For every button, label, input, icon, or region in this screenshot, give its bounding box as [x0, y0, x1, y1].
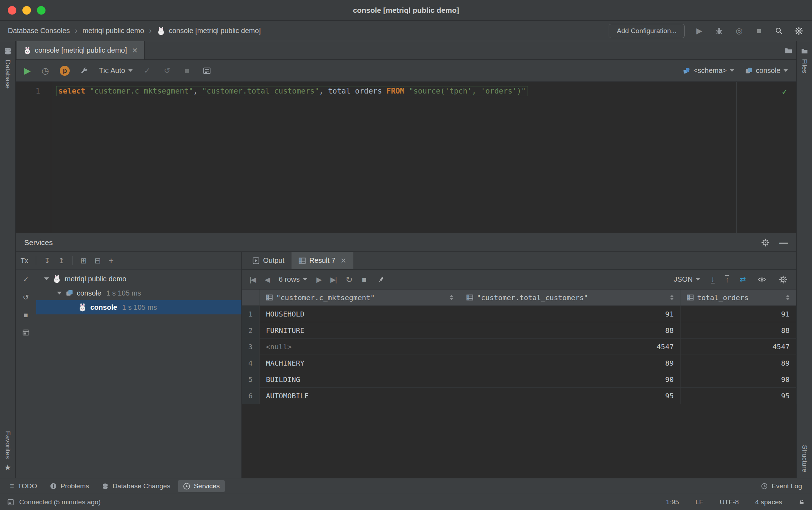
table-cell[interactable]: 91 [460, 306, 680, 322]
rollback-icon[interactable]: ↺ [162, 65, 172, 76]
editor-tab-console[interactable]: console [metriql public demo] ✕ [17, 41, 145, 59]
reload-icon[interactable]: ↻ [346, 275, 353, 285]
lock-icon[interactable] [798, 499, 805, 505]
export-format-dropdown[interactable]: JSON [674, 275, 700, 283]
close-window-button[interactable] [8, 6, 16, 15]
history-clock-icon[interactable]: ◷ [40, 65, 50, 76]
expand-all-icon[interactable]: ↥ [58, 256, 65, 265]
console-selector[interactable]: console [745, 67, 788, 75]
commit-check-icon[interactable]: ✓ [142, 65, 153, 76]
stop-icon[interactable]: ■ [362, 275, 367, 284]
grid-settings-gear-icon[interactable] [778, 274, 789, 285]
tab-output[interactable]: Output [245, 252, 292, 269]
table-cell[interactable]: 4547 [680, 339, 796, 355]
tree-item-console[interactable]: console1 s 105 ms [36, 300, 241, 314]
sort-icon[interactable] [670, 295, 674, 300]
chevron-down-icon[interactable] [44, 277, 49, 280]
stop-icon[interactable]: ■ [754, 26, 764, 36]
rollback-icon[interactable]: ↺ [23, 293, 29, 302]
run-icon[interactable]: ▶ [694, 26, 705, 36]
maximize-window-button[interactable] [37, 6, 46, 15]
previous-page-icon[interactable]: ◀ [265, 275, 269, 284]
tool-window-todo[interactable]: ≡ TODO [5, 480, 42, 492]
view-eye-icon[interactable] [757, 274, 767, 285]
wrench-icon[interactable] [79, 65, 90, 76]
breadcrumb-console[interactable]: console [metriql public demo] [157, 27, 261, 35]
page-size-dropdown[interactable]: 6 rows [279, 275, 307, 283]
breadcrumb-datasource[interactable]: metriql public demo [82, 27, 144, 35]
table-cell[interactable]: <null> [260, 339, 460, 355]
add-configuration-button[interactable]: Add Configuration... [609, 24, 685, 38]
table-cell[interactable]: 95 [460, 388, 680, 404]
last-page-icon[interactable]: ▶| [330, 275, 336, 284]
tool-window-toggle-icon[interactable] [7, 499, 14, 506]
column-header[interactable]: "customer.total_customers" [460, 289, 680, 306]
collapse-all-icon[interactable]: ↧ [44, 256, 50, 265]
tx-toolbar-label[interactable]: Tx [21, 257, 28, 265]
coverage-icon[interactable]: ◎ [734, 26, 744, 36]
output-layout-icon[interactable] [202, 65, 212, 76]
schema-selector[interactable]: <schema> [683, 67, 734, 75]
download-icon[interactable]: ↓ [711, 275, 715, 283]
services-tree[interactable]: metriql public democonsole1 s 105 mscons… [36, 270, 241, 478]
parameters-icon[interactable]: p [60, 66, 70, 76]
tool-window-event-log[interactable]: Event Log [756, 480, 807, 492]
close-tab-icon[interactable]: ✕ [132, 46, 138, 55]
chevron-down-icon[interactable] [57, 292, 62, 294]
minimize-window-button[interactable] [22, 6, 31, 15]
debug-bug-icon[interactable] [714, 26, 725, 36]
pin-icon[interactable] [376, 274, 386, 285]
table-cell[interactable]: 95 [680, 388, 796, 404]
caret-position[interactable]: 1:95 [666, 498, 679, 506]
tree-item-metriql-public-demo[interactable]: metriql public demo [36, 272, 241, 286]
table-cell[interactable]: BUILDING [260, 371, 460, 388]
layout-icon[interactable] [22, 329, 30, 336]
search-icon[interactable] [774, 26, 784, 36]
column-header[interactable]: "customer.c_mktsegment" [260, 289, 460, 306]
hide-panel-icon[interactable]: — [779, 238, 788, 248]
favorites-tool-button[interactable]: Favorites ★ [4, 431, 12, 472]
table-cell[interactable]: 88 [680, 322, 796, 339]
settings-gear-icon[interactable] [794, 26, 804, 36]
inspection-ok-icon[interactable]: ✓ [782, 87, 787, 97]
group-by-icon[interactable]: ⊞ [80, 256, 87, 265]
sort-icon[interactable] [786, 295, 790, 300]
table-cell[interactable]: 89 [680, 355, 796, 371]
table-cell[interactable]: 91 [680, 306, 796, 322]
tool-window-services[interactable]: Services [178, 480, 225, 492]
close-tab-icon[interactable]: ✕ [340, 256, 346, 265]
commit-check-icon[interactable]: ✓ [23, 275, 29, 284]
table-cell[interactable]: HOUSEHOLD [260, 306, 460, 322]
table-cell[interactable]: 89 [460, 355, 680, 371]
tool-window-database-changes[interactable]: Database Changes [97, 480, 175, 492]
column-header[interactable]: total_orders [680, 289, 796, 306]
files-tool-button[interactable]: Files [801, 47, 808, 73]
tree-item-console[interactable]: console1 s 105 ms [36, 286, 241, 300]
next-page-icon[interactable]: ▶ [316, 275, 321, 284]
table-cell[interactable]: MACHINERY [260, 355, 460, 371]
view-options-icon[interactable]: ⊟ [95, 256, 101, 265]
stop-query-icon[interactable]: ■ [182, 65, 192, 76]
structure-tool-button[interactable]: Structure [801, 445, 808, 472]
execute-button[interactable]: ▶ [24, 66, 31, 76]
tx-mode-dropdown[interactable]: Tx: Auto [99, 67, 132, 75]
table-cell[interactable]: 90 [460, 371, 680, 388]
stop-icon[interactable]: ■ [23, 311, 28, 319]
sql-statement[interactable]: select "customer.c_mktsegment", "custome… [56, 86, 528, 96]
upload-icon[interactable]: ↑ [725, 275, 729, 283]
tab-result[interactable]: Result 7 ✕ [292, 252, 353, 269]
code-area[interactable]: select "customer.c_mktsegment", "custome… [51, 82, 528, 233]
breadcrumb-database-consoles[interactable]: Database Consoles [8, 27, 70, 35]
sql-editor[interactable]: 1 select "customer.c_mktsegment", "custo… [16, 82, 796, 233]
panel-settings-gear-icon[interactable] [760, 237, 771, 248]
sort-icon[interactable] [450, 295, 453, 300]
table-cell[interactable]: FURNITURE [260, 322, 460, 339]
table-cell[interactable]: 90 [680, 371, 796, 388]
add-service-icon[interactable]: + [109, 256, 114, 266]
first-page-icon[interactable]: |◀ [250, 275, 256, 284]
line-separator[interactable]: LF [695, 498, 703, 506]
table-cell[interactable]: AUTOMOBILE [260, 388, 460, 404]
table-cell[interactable]: 88 [460, 322, 680, 339]
database-tool-button[interactable]: Database [4, 47, 12, 89]
indent-setting[interactable]: 4 spaces [755, 498, 782, 506]
